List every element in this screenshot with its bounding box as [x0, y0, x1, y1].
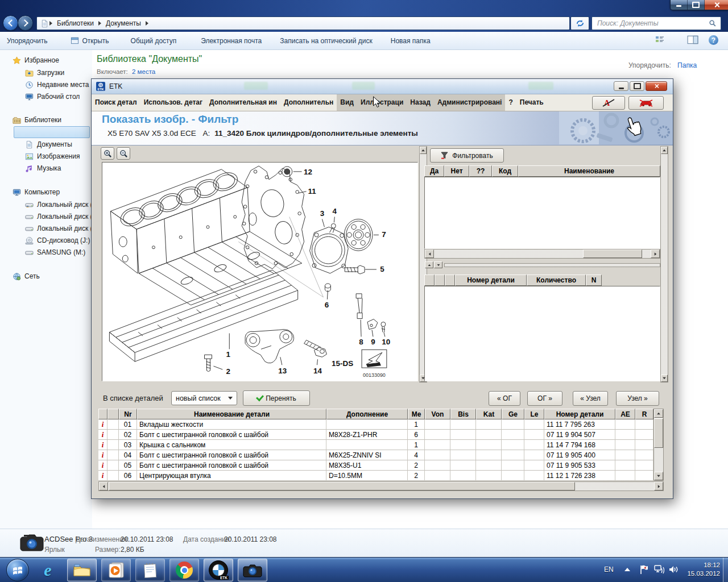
- diagram-canvas[interactable]: 1 2 3 4 5 6 7 8 9 10 11 12 13 14 15-DS 0…: [102, 162, 418, 381]
- etk-minimize-button[interactable]: [614, 81, 628, 91]
- includes-link[interactable]: 2 места: [132, 68, 155, 75]
- apply-button[interactable]: Перенять: [243, 390, 310, 406]
- info-list[interactable]: [424, 286, 660, 381]
- col-kat[interactable]: Kat: [476, 409, 502, 419]
- splitter-handle[interactable]: [444, 263, 660, 267]
- info-icon[interactable]: i: [98, 460, 107, 471]
- back-button[interactable]: [3, 15, 18, 31]
- minimize-button[interactable]: [671, 0, 688, 10]
- scroll-up-icon[interactable]: [663, 149, 666, 152]
- action-center-flag-icon[interactable]: [639, 564, 648, 575]
- col-yes[interactable]: Да: [424, 165, 444, 177]
- panel-vscrollbar[interactable]: [660, 146, 668, 383]
- col-n[interactable]: N: [586, 275, 602, 286]
- taskbar-media-player-icon[interactable]: [101, 559, 131, 581]
- splitter-up-button[interactable]: [425, 261, 433, 268]
- etk-titlebar[interactable]: ETK ETK: [92, 79, 673, 94]
- menu-item-print[interactable]: Печать: [516, 94, 547, 111]
- taskbar-explorer-icon[interactable]: [67, 559, 97, 581]
- og-prev-button[interactable]: « ОГ: [489, 391, 520, 406]
- col-ae[interactable]: AE: [615, 409, 635, 419]
- sidebar-item-cd-drive[interactable]: CD-дисковод (J:) E: [25, 235, 97, 246]
- col-part-number[interactable]: Номер детали: [455, 275, 527, 286]
- scroll-right-icon[interactable]: [654, 252, 656, 256]
- col-info[interactable]: [98, 409, 107, 419]
- toolbar-button-language[interactable]: A: [592, 96, 625, 110]
- info-icon[interactable]: i: [98, 440, 107, 450]
- help-icon[interactable]: ?: [709, 35, 718, 45]
- og-next-button[interactable]: ОГ »: [527, 391, 562, 406]
- search-icon[interactable]: [709, 19, 717, 27]
- col-name[interactable]: Наименование: [518, 165, 660, 177]
- col-code[interactable]: Код: [492, 165, 518, 177]
- col-quantity[interactable]: Количество: [527, 275, 586, 286]
- parts-table-row[interactable]: i 01 Вкладыш жесткости 1 11 11 7 795 26: [98, 419, 653, 430]
- zoom-in-button[interactable]: [101, 147, 114, 160]
- menu-item-part-search[interactable]: Поиск детал: [92, 94, 140, 111]
- taskbar-notepad-icon[interactable]: [135, 559, 165, 581]
- scroll-left-icon[interactable]: [428, 252, 431, 256]
- info-icon[interactable]: i: [98, 419, 107, 430]
- breadcrumb-item-libraries[interactable]: Библиотеки: [53, 17, 98, 30]
- sidebar-item-samsung-drive[interactable]: SAMSUNG (M:): [25, 247, 85, 258]
- col-le[interactable]: Le: [524, 409, 544, 419]
- sidebar-item-recent-places[interactable]: Недавние места: [25, 79, 89, 90]
- toolbar-button-no-vehicle[interactable]: [628, 96, 664, 110]
- breadcrumb-item-documents[interactable]: Документы: [102, 17, 145, 30]
- email-button[interactable]: Электронная почта: [201, 37, 262, 45]
- language-indicator[interactable]: EN: [604, 566, 614, 573]
- splitter-down-button[interactable]: [434, 261, 442, 268]
- list-dropdown[interactable]: новый список: [171, 391, 237, 405]
- sidebar-item-music[interactable]: Музыка: [25, 163, 61, 174]
- filter-hscrollbar[interactable]: [424, 249, 660, 259]
- scroll-left-icon[interactable]: [102, 485, 105, 488]
- taskbar-acdsee-icon[interactable]: [238, 559, 267, 581]
- share-menu[interactable]: Общий доступ: [131, 37, 183, 45]
- col-nr[interactable]: Nr: [119, 409, 137, 419]
- sidebar-item-local-disk-2[interactable]: Локальный диск (: [25, 211, 93, 222]
- parts-hscrollbar[interactable]: [98, 481, 664, 491]
- scroll-up-icon[interactable]: [657, 413, 660, 415]
- etk-close-button[interactable]: [646, 81, 667, 91]
- scroll-up-icon[interactable]: [421, 149, 425, 152]
- info-icon[interactable]: i: [98, 471, 107, 481]
- taskbar-bmw-etk-icon[interactable]: ETK: [204, 559, 233, 581]
- scroll-thumb[interactable]: [109, 482, 575, 490]
- menu-item-administration[interactable]: Администрировані: [434, 94, 506, 111]
- scroll-down-icon[interactable]: [657, 475, 660, 477]
- menu-item-additional[interactable]: Дополнительн: [280, 94, 337, 111]
- sidebar-item-downloads[interactable]: Загрузки: [25, 67, 64, 78]
- tray-clock[interactable]: 18:12 15.03.2012: [687, 561, 720, 578]
- col-von[interactable]: Von: [425, 409, 450, 419]
- node-next-button[interactable]: Узел »: [616, 391, 659, 406]
- views-button[interactable]: [655, 35, 671, 44]
- maximize-button[interactable]: [688, 0, 705, 10]
- parts-vscrollbar[interactable]: [653, 409, 664, 481]
- parts-table-row[interactable]: i 05 Болт с шестигранной головкой с шайб…: [98, 460, 653, 471]
- scroll-thumb[interactable]: [583, 250, 642, 258]
- menu-item-view[interactable]: Вид: [337, 94, 357, 111]
- preview-pane-button[interactable]: [687, 35, 698, 47]
- col-me[interactable]: Me: [408, 409, 425, 419]
- col-no[interactable]: Нет: [444, 165, 469, 177]
- sidebar-item-local-disk-c[interactable]: Локальный диск (: [25, 199, 93, 210]
- filter-button[interactable]: Фильтровать: [430, 148, 504, 163]
- taskbar-ie-icon[interactable]: e: [33, 559, 63, 581]
- menu-item-back[interactable]: Назад: [407, 94, 434, 111]
- scroll-thumb[interactable]: [654, 418, 663, 448]
- menu-item-part-usage[interactable]: Использов. детаг: [140, 94, 206, 111]
- menu-item-help[interactable]: ?: [505, 94, 516, 111]
- sidebar-item-local-disk-3[interactable]: Локальный диск (: [25, 223, 93, 234]
- filter-list[interactable]: [424, 177, 660, 249]
- info-icon[interactable]: i: [98, 430, 107, 440]
- start-button[interactable]: [5, 559, 31, 581]
- search-input[interactable]: [596, 19, 709, 28]
- sidebar-item-libraries[interactable]: Библиотеки: [13, 114, 61, 126]
- close-button[interactable]: [705, 0, 728, 10]
- sidebar-item-documents[interactable]: Документы: [25, 139, 72, 150]
- parts-table-row[interactable]: i 06 Центрирующая втулка D=10.5MM 2 11 1: [98, 471, 653, 481]
- scroll-down-icon[interactable]: [663, 377, 666, 380]
- node-prev-button[interactable]: « Узел: [573, 391, 608, 406]
- parts-table-row[interactable]: i 02 Болт с шестигранной головкой с шайб…: [98, 430, 653, 440]
- sidebar-item-network[interactable]: Сеть: [13, 271, 40, 282]
